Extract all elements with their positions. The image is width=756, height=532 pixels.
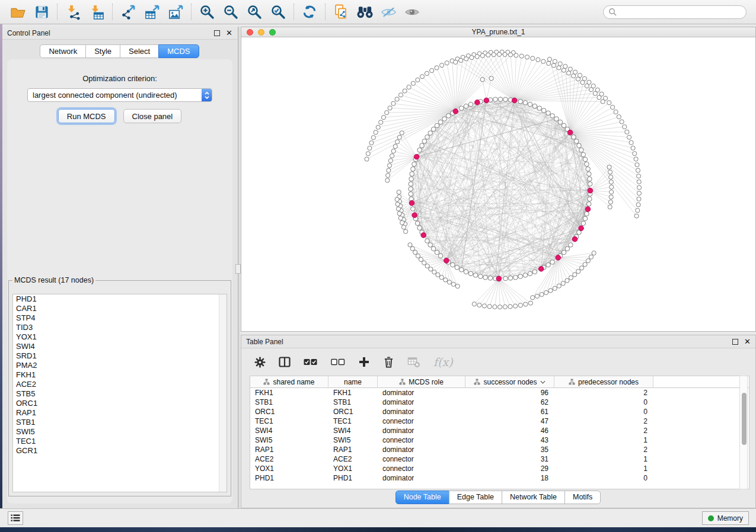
open-file-icon[interactable] (6, 2, 30, 22)
column-label: MCDS role (409, 378, 444, 386)
table-row[interactable]: YOX1 YOX1 connector 29 1 (250, 464, 749, 473)
network-canvas[interactable] (241, 37, 755, 331)
memory-button[interactable]: Memory (702, 511, 749, 525)
list-item[interactable]: ACE2 (13, 380, 227, 389)
table-row[interactable]: ACE2 ACE2 connector 31 1 (250, 454, 749, 464)
mcds-result-list[interactable]: PHD1 CAR1 STP4 TID3 YOX1 SWI4 SRD1 PMA2 … (12, 294, 227, 492)
table-row[interactable]: SWI4 SWI4 dominator 46 2 (250, 426, 749, 435)
new-network-icon[interactable] (329, 2, 353, 22)
list-scrollbar[interactable] (219, 294, 227, 492)
cell-shared-name: RAP1 (250, 445, 328, 454)
select-stepper-icon (202, 89, 212, 101)
cell-successor-nodes: 31 (465, 454, 554, 464)
delete-column-icon[interactable] (383, 355, 394, 368)
list-item[interactable]: STB5 (13, 389, 227, 399)
tab-network-table[interactable]: Network Table (502, 491, 565, 504)
list-item[interactable]: FKH1 (13, 370, 227, 380)
table-scrollbar[interactable] (739, 376, 748, 489)
splitter-handle[interactable] (235, 264, 241, 274)
zoom-in-icon[interactable] (195, 2, 219, 22)
tab-network[interactable]: Network (40, 44, 86, 58)
table-row[interactable]: FKH1 FKH1 dominator 96 2 (250, 388, 749, 398)
column-header-shared-name[interactable]: shared name (250, 376, 328, 388)
cell-predecessor-nodes: 0 (554, 407, 653, 416)
search-box[interactable] (603, 5, 747, 19)
list-item[interactable]: GCR1 (13, 446, 227, 456)
cell-filler (653, 388, 749, 398)
list-item[interactable]: SRD1 (13, 351, 227, 361)
cell-name: TEC1 (328, 416, 378, 426)
list-item[interactable]: RAP1 (13, 408, 227, 418)
tab-motifs[interactable]: Motifs (564, 491, 601, 504)
tab-mcds[interactable]: MCDS (158, 44, 199, 58)
tab-edge-table[interactable]: Edge Table (449, 491, 502, 504)
tab-style[interactable]: Style (85, 44, 120, 58)
list-item[interactable]: SWI5 (13, 427, 227, 437)
scrollbar-thumb[interactable] (742, 393, 747, 445)
list-item[interactable]: CAR1 (13, 304, 227, 313)
import-network-icon[interactable] (61, 2, 85, 22)
close-panel-button[interactable]: Close panel (123, 109, 182, 123)
network-titlebar[interactable]: YPA_prune.txt_1 (241, 27, 755, 37)
save-session-icon[interactable] (30, 2, 53, 22)
table-toolbar: f(x) (241, 348, 755, 376)
close-panel-icon[interactable]: ✕ (226, 30, 232, 36)
export-image-icon[interactable] (164, 2, 187, 22)
list-item[interactable]: PHD1 (13, 294, 227, 304)
function-builder-icon[interactable]: f(x) (433, 355, 453, 368)
table-row[interactable]: ORC1 ORC1 dominator 61 0 (250, 407, 749, 416)
show-all-icon[interactable] (400, 2, 424, 22)
cell-shared-name: ORC1 (250, 407, 328, 416)
list-item[interactable]: YOX1 (13, 332, 227, 342)
float-panel-icon[interactable] (732, 339, 738, 345)
toolbar-separator (191, 4, 192, 20)
column-header-successor-nodes[interactable]: successor nodes (465, 376, 554, 388)
import-table-icon[interactable] (85, 2, 109, 22)
table-row[interactable]: STB1 STB1 dominator 62 0 (250, 398, 749, 407)
zoom-fit-icon[interactable] (243, 2, 266, 22)
list-item[interactable]: STB1 (13, 418, 227, 427)
status-bar: Memory (0, 508, 756, 527)
zoom-selected-icon[interactable] (266, 2, 290, 22)
table-row[interactable]: TEC1 TEC1 connector 47 2 (250, 416, 749, 426)
table-row[interactable]: SWI5 SWI5 connector 43 1 (250, 435, 749, 445)
export-table-icon[interactable] (140, 2, 164, 22)
zoom-out-icon[interactable] (219, 2, 243, 22)
table-row[interactable]: PHD1 PHD1 dominator 18 0 (250, 473, 749, 483)
export-network-icon[interactable] (116, 2, 140, 22)
find-icon[interactable] (353, 2, 377, 22)
tab-select[interactable]: Select (120, 44, 159, 58)
apply-layout-icon[interactable] (298, 2, 321, 22)
select-all-icon[interactable] (304, 358, 318, 366)
optimization-criterion-label: Optimization criterion: (82, 74, 157, 83)
split-pane-icon[interactable] (279, 357, 291, 367)
list-item[interactable]: SWI4 (13, 342, 227, 351)
criterion-select[interactable]: largest connected component (undirected) (27, 88, 212, 102)
tab-node-table[interactable]: Node Table (395, 491, 449, 504)
column-header-name[interactable]: name (328, 376, 378, 388)
column-header-mcds-role[interactable]: MCDS role (378, 376, 465, 388)
task-history-button[interactable] (8, 511, 23, 525)
deselect-all-icon[interactable] (331, 358, 345, 366)
float-panel-icon[interactable] (214, 30, 220, 36)
network-graph[interactable] (241, 37, 755, 331)
column-header-predecessor-nodes[interactable]: predecessor nodes (554, 376, 653, 388)
list-item[interactable]: PMA2 (13, 361, 227, 370)
gear-icon[interactable] (254, 357, 266, 368)
run-mcds-button[interactable]: Run MCDS (58, 109, 115, 123)
list-item[interactable]: STP4 (13, 313, 227, 323)
cell-mcds-role: dominator (378, 388, 465, 398)
list-item[interactable]: TEC1 (13, 437, 227, 446)
column-label: name (344, 378, 362, 386)
add-column-icon[interactable] (358, 356, 370, 368)
search-input[interactable] (620, 7, 741, 17)
close-panel-icon[interactable]: ✕ (744, 339, 751, 345)
hide-selected-icon[interactable] (377, 2, 400, 22)
memory-status-icon (708, 515, 714, 521)
network-title: YPA_prune.txt_1 (241, 28, 755, 36)
delete-table-icon[interactable] (407, 357, 420, 368)
app-window: Control Panel ✕ Network Style Select MCD… (0, 0, 756, 532)
list-item[interactable]: ORC1 (13, 399, 227, 408)
table-row[interactable]: RAP1 RAP1 dominator 35 2 (250, 445, 749, 454)
list-item[interactable]: TID3 (13, 323, 227, 332)
